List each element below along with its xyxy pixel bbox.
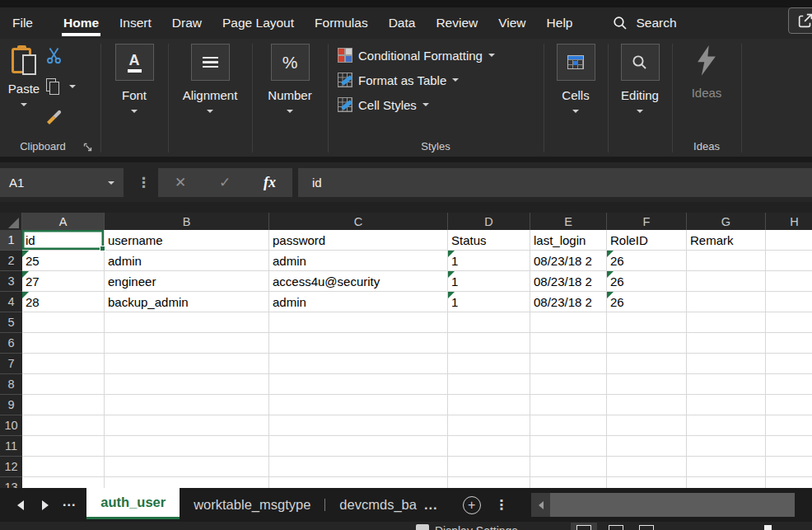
cell-E10[interactable] [530, 415, 607, 436]
cell-H2[interactable] [766, 251, 812, 271]
cell-F1[interactable]: RoleID [607, 230, 687, 251]
cell-C4[interactable]: admin [269, 292, 448, 312]
formula-input[interactable]: id [298, 168, 812, 197]
cell-G8[interactable] [687, 374, 766, 395]
menu-tab-data[interactable]: Data [389, 7, 416, 39]
cell-B9[interactable] [105, 395, 269, 415]
sheet-nav-right-icon[interactable] [42, 500, 49, 510]
cell-D10[interactable] [448, 415, 530, 436]
cell-H11[interactable] [766, 436, 812, 457]
name-box[interactable]: A1 [0, 168, 124, 197]
cell-E9[interactable] [530, 395, 607, 415]
cell-D8[interactable] [448, 374, 530, 395]
scroll-left-arrow[interactable] [531, 493, 550, 517]
cell-A9[interactable] [22, 395, 105, 415]
cell-D9[interactable] [448, 395, 530, 415]
menu-tab-draw[interactable]: Draw [172, 7, 202, 39]
cell-F13[interactable] [607, 477, 687, 488]
cell-A7[interactable] [22, 354, 105, 374]
cell-A4[interactable]: 28 [22, 292, 105, 312]
cell-A13[interactable] [22, 477, 105, 488]
select-all-corner[interactable] [0, 213, 22, 230]
cell-E5[interactable] [530, 312, 607, 333]
cells-group-button[interactable]: Cells [544, 44, 608, 113]
ideas-button[interactable]: Ideas [672, 44, 741, 100]
horizontal-scrollbar[interactable] [531, 493, 795, 517]
cell-G5[interactable] [687, 312, 766, 333]
row-header-7[interactable]: 7 [0, 354, 22, 374]
cell-C2[interactable]: admin [269, 251, 448, 271]
cell-G13[interactable] [687, 477, 766, 488]
row-header-6[interactable]: 6 [0, 333, 22, 354]
sheet-nav-more[interactable]: ... [63, 495, 76, 509]
cell-B7[interactable] [105, 354, 269, 374]
cell-F10[interactable] [607, 415, 687, 436]
cell-A11[interactable] [22, 436, 105, 457]
cell-H6[interactable] [766, 333, 812, 354]
alignment-group-button[interactable]: Alignment [168, 44, 252, 113]
cell-C13[interactable] [269, 477, 448, 488]
cell-C9[interactable] [269, 395, 448, 415]
cell-G9[interactable] [687, 395, 766, 415]
menu-tab-insert[interactable]: Insert [119, 7, 152, 39]
number-group-button[interactable]: % Number [252, 44, 328, 113]
sheet-nav-left-icon[interactable] [17, 500, 24, 510]
cell-B12[interactable] [105, 457, 269, 477]
cell-D1[interactable]: Status [448, 230, 530, 251]
cell-A12[interactable] [22, 457, 105, 477]
share-button[interactable] [788, 7, 812, 34]
styles-item-format-as-table[interactable]: Format as Table [338, 71, 495, 89]
cell-F7[interactable] [607, 354, 687, 374]
column-header-b[interactable]: B [105, 213, 269, 230]
cell-G10[interactable] [687, 415, 766, 436]
row-header-9[interactable]: 9 [0, 395, 22, 415]
cell-G2[interactable] [687, 251, 766, 271]
cell-A10[interactable] [22, 415, 105, 436]
cell-D6[interactable] [448, 333, 530, 354]
cell-H1[interactable] [766, 230, 812, 251]
cell-B1[interactable]: username [105, 230, 269, 251]
page-break-view-icon[interactable] [639, 525, 654, 530]
cut-button[interactable] [45, 47, 63, 64]
normal-view-icon[interactable] [576, 525, 591, 530]
cell-B4[interactable]: backup_admin [105, 292, 269, 312]
cell-D12[interactable] [448, 457, 530, 477]
row-header-11[interactable]: 11 [0, 436, 22, 457]
cell-C10[interactable] [269, 415, 448, 436]
cell-G12[interactable] [687, 457, 766, 477]
cancel-icon[interactable]: ✕ [175, 174, 186, 191]
enter-check-icon[interactable]: ✓ [219, 174, 231, 191]
row-header-10[interactable]: 10 [0, 415, 22, 436]
cell-A1[interactable]: id [22, 230, 105, 251]
clipboard-dialog-launcher[interactable] [83, 143, 92, 152]
cell-A2[interactable]: 25 [22, 251, 105, 271]
tab-options-dots-icon[interactable]: ⋮ [495, 497, 508, 513]
paste-button[interactable]: Paste [7, 45, 41, 106]
cell-G3[interactable] [687, 271, 766, 292]
cell-G6[interactable] [687, 333, 766, 354]
format-painter-button[interactable] [45, 108, 63, 124]
cell-G11[interactable] [687, 436, 766, 457]
cell-F5[interactable] [607, 312, 687, 333]
editing-group-button[interactable]: Editing [608, 44, 672, 113]
sheet-tab-auth-user[interactable]: auth_user [86, 488, 180, 519]
cell-D13[interactable] [448, 477, 530, 488]
sheet-tab-worktable-msgtype[interactable]: worktable_msgtype [180, 488, 324, 522]
row-header-4[interactable]: 4 [0, 292, 22, 312]
row-header-8[interactable]: 8 [0, 374, 22, 395]
cell-E11[interactable] [530, 436, 607, 457]
insert-function-button[interactable]: fx [264, 174, 276, 191]
formula-bar-dots-icon[interactable]: ⋮ [137, 168, 151, 197]
cell-G1[interactable]: Remark [687, 230, 766, 251]
cell-B5[interactable] [105, 312, 269, 333]
menu-tab-home[interactable]: Home [63, 7, 99, 39]
cell-B10[interactable] [105, 415, 269, 436]
cell-C5[interactable] [269, 312, 448, 333]
row-header-1[interactable]: 1 [0, 230, 22, 251]
cell-E13[interactable] [530, 477, 607, 488]
cell-H8[interactable] [766, 374, 812, 395]
menu-tab-view[interactable]: View [498, 7, 525, 39]
column-header-g[interactable]: G [687, 213, 766, 230]
cell-E4[interactable]: 08/23/18 2 [530, 292, 607, 312]
cell-G4[interactable] [687, 292, 766, 312]
